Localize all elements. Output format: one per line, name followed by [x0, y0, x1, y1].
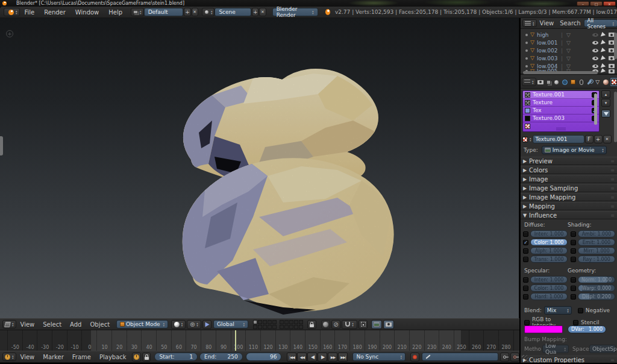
prev-keyframe-button[interactable]: ◀◀	[297, 353, 307, 362]
layer-17[interactable]	[284, 325, 289, 329]
menu-add[interactable]: Add	[66, 321, 86, 328]
layer-6[interactable]	[280, 320, 284, 324]
add-screen-button[interactable]: +	[184, 8, 190, 16]
expand-dot-icon[interactable]	[525, 49, 528, 52]
panel-colors[interactable]: ▶Colors=	[521, 166, 617, 174]
panel-image-mapping[interactable]: ▶Image Mapping=	[521, 193, 617, 201]
diffuse-color-checkbox[interactable]: ✓	[523, 240, 528, 245]
shading-ambient-slider[interactable]: Ambi: 1.000	[578, 230, 615, 237]
diffuse-intensity-checkbox[interactable]	[523, 231, 528, 237]
diffuse-intensity-slider[interactable]: Inten: 1.000	[530, 230, 568, 237]
screen-layout-selector[interactable]: Default	[144, 8, 184, 16]
layer-14[interactable]	[268, 325, 272, 329]
layer-4[interactable]	[268, 320, 272, 324]
layer-1[interactable]	[253, 320, 257, 324]
add-scene-button[interactable]: +	[252, 8, 258, 16]
layer-8[interactable]	[289, 320, 293, 324]
scene-icon-button[interactable]: ▴▾	[202, 8, 215, 16]
lock-time-toggle[interactable]	[142, 353, 151, 362]
play-reverse-button[interactable]: ◀	[307, 353, 317, 362]
tab-render[interactable]	[537, 77, 545, 87]
tab-modifiers[interactable]	[586, 77, 594, 87]
specular-intensity-slider[interactable]: Inten: 1.000	[530, 276, 568, 283]
menu-window[interactable]: Window	[70, 9, 104, 16]
shading-raymirror-slider[interactable]: Ray : 1.000	[578, 256, 615, 263]
preview-range-toggle[interactable]	[132, 353, 141, 362]
visibility-eye-icon[interactable]	[592, 57, 598, 60]
shading-emit-slider[interactable]: Emit: 1.000	[578, 239, 615, 246]
specular-hardness-slider[interactable]: Hard: 1.000	[530, 293, 568, 300]
selectable-cursor-icon[interactable]	[601, 55, 606, 61]
texture-name-field[interactable]: Texture.001	[533, 135, 584, 143]
rock-meshes[interactable]	[0, 18, 519, 318]
sync-mode-selector[interactable]: No Sync ▴▾	[352, 353, 406, 361]
expand-dot-icon[interactable]	[525, 65, 528, 67]
shading-mirror-slider[interactable]: Mirr: 1.000	[578, 247, 615, 254]
menu-view[interactable]: View	[16, 321, 39, 328]
editor-type-outliner-button[interactable]: ▴▾	[522, 19, 537, 27]
diffuse-translucency-slider[interactable]: Trans: 1.000	[530, 256, 568, 263]
selectable-cursor-icon[interactable]	[601, 63, 606, 69]
texture-color-swatch[interactable]	[524, 325, 563, 333]
outliner-row-low003[interactable]: ▽ low.003 | ▽	[521, 54, 617, 62]
menu-render[interactable]: Render	[39, 9, 70, 16]
expand-dot-icon[interactable]	[525, 42, 528, 44]
tab-object[interactable]	[569, 77, 577, 87]
layer-2[interactable]	[258, 320, 262, 324]
expand-dot-icon[interactable]	[525, 34, 528, 36]
specular-hardness-checkbox[interactable]	[523, 294, 528, 300]
object-name[interactable]: low.004	[537, 63, 561, 69]
frame-end-field[interactable]: End:250	[199, 353, 243, 361]
texture-slot-row[interactable]: Tex ✓	[523, 107, 599, 115]
tab-data[interactable]: ▽	[594, 77, 601, 87]
snap-toggle[interactable]: ▴▾	[342, 320, 357, 329]
negative-checkbox[interactable]	[578, 308, 583, 313]
shading-ambient-checkbox[interactable]	[571, 231, 576, 237]
object-name[interactable]: high	[537, 32, 561, 38]
maximize-button[interactable]: □	[590, 1, 603, 6]
list-resize-grip[interactable]	[556, 128, 566, 130]
menu-tl-playback[interactable]: Playback	[95, 354, 131, 360]
outliner-row-high[interactable]: ▽ high | ▽	[521, 31, 617, 39]
frame-start-field[interactable]: Start:1	[154, 353, 198, 361]
editor-type-properties-button[interactable]: ▴▾	[522, 78, 536, 86]
outliner-row-low002[interactable]: ▽ low.002 | ▽	[521, 46, 617, 54]
menu-tl-frame[interactable]: Frame	[68, 354, 95, 360]
bump-space-selector[interactable]: ObjectSp ▴▾	[589, 345, 616, 353]
outliner-hscrollbar[interactable]	[523, 71, 598, 74]
panel-image-sampling[interactable]: ▶Image Sampling=	[521, 184, 617, 192]
outliner-vscrollbar[interactable]	[614, 33, 617, 59]
editor-type-3dview-button[interactable]: ▴▾	[2, 320, 16, 328]
layer-9[interactable]	[294, 320, 298, 324]
visibility-eye-icon[interactable]	[592, 41, 598, 45]
layer-5[interactable]	[272, 320, 277, 324]
auto-keyframe-toggle[interactable]	[410, 353, 419, 362]
layer-16[interactable]	[280, 325, 284, 329]
tab-material[interactable]	[602, 77, 610, 87]
outliner-row-low001[interactable]: ▽ low.001 | ▽	[521, 39, 617, 46]
keying-set-field[interactable]	[422, 353, 498, 361]
snap-sphere-button[interactable]	[321, 320, 330, 329]
geometry-warp-checkbox[interactable]	[571, 286, 576, 291]
renderable-camera-icon[interactable]	[609, 64, 615, 68]
opengl-render-anim-button[interactable]	[383, 320, 394, 329]
visibility-eye-icon[interactable]	[592, 49, 598, 52]
object-name[interactable]: low.003	[537, 55, 561, 61]
new-texture-button[interactable]: +	[594, 135, 603, 143]
outliner-display-mode[interactable]: All Scenes ▴▾	[584, 19, 617, 27]
outliner-menu-search[interactable]: Search	[557, 20, 583, 27]
insert-keyframe-button[interactable]	[500, 353, 509, 362]
proportional-edit-toggle[interactable]: ⊘	[331, 320, 340, 329]
layer-3[interactable]	[263, 320, 267, 324]
diffuse-translucency-checkbox[interactable]	[523, 257, 528, 262]
diffuse-alpha-slider[interactable]: Alph: 1.000	[530, 247, 568, 254]
visibility-eye-icon[interactable]	[592, 33, 598, 37]
blend-mode-selector[interactable]: Mix ▴▾	[544, 306, 572, 315]
transform-orientation-selector[interactable]: Global ▴▾	[213, 320, 248, 328]
tab-scene[interactable]	[553, 77, 561, 87]
editor-resize-grip[interactable]	[522, 355, 528, 362]
outliner-menu-view[interactable]: View	[537, 20, 557, 27]
tab-constraints[interactable]	[577, 77, 585, 87]
renderable-camera-icon[interactable]	[609, 69, 615, 74]
layer-18[interactable]	[289, 325, 293, 329]
